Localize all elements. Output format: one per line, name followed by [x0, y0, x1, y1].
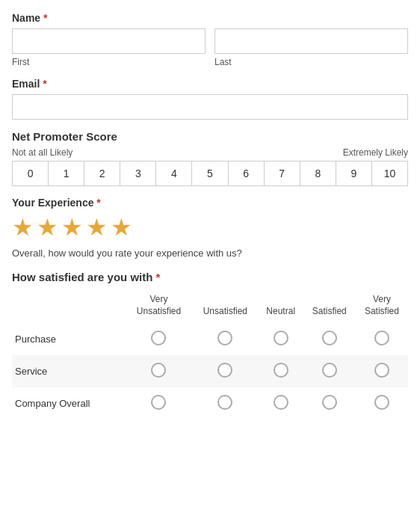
- col-very-unsatisfied: VeryUnsatisfied: [126, 291, 192, 323]
- first-name-col: First: [12, 28, 206, 67]
- email-label-text: Email: [12, 78, 40, 90]
- satisfied-header-row: VeryUnsatisfied Unsatisfied Neutral Sati…: [12, 291, 408, 323]
- satisfied-header-empty: [12, 291, 126, 323]
- name-field-group: Name * First Last: [12, 12, 408, 67]
- radio-1-4[interactable]: [374, 363, 389, 378]
- satisfied-title: How satisfied are you with *: [12, 271, 408, 283]
- radio-2-4[interactable]: [374, 395, 389, 410]
- radio-0-3[interactable]: [322, 331, 337, 345]
- radio-cell-2-2[interactable]: [259, 387, 303, 420]
- email-field-group: Email *: [12, 78, 408, 120]
- radio-cell-1-4[interactable]: [356, 355, 408, 387]
- experience-title-text: Your Experience: [12, 197, 93, 209]
- table-row: Service: [12, 355, 408, 387]
- experience-question: Overall, how would you rate your experie…: [12, 248, 408, 259]
- col-very-satisfied: VerySatisfied: [356, 291, 408, 323]
- experience-label: Your Experience *: [12, 197, 408, 209]
- radio-0-0[interactable]: [151, 331, 166, 345]
- radio-cell-0-0[interactable]: [126, 323, 192, 355]
- star-5[interactable]: ★: [111, 213, 132, 242]
- nps-section: Net Promoter Score Not at all Likely Ext…: [12, 130, 408, 186]
- star-1[interactable]: ★: [12, 213, 34, 242]
- first-label: First: [12, 57, 206, 67]
- last-name-col: Last: [214, 28, 408, 67]
- nps-buttons: 012345678910: [12, 161, 408, 186]
- nps-labels: Not at all Likely Extremely Likely: [12, 147, 408, 158]
- satisfied-table: VeryUnsatisfied Unsatisfied Neutral Sati…: [12, 291, 408, 420]
- last-label: Last: [214, 57, 408, 67]
- email-input[interactable]: [12, 94, 408, 120]
- radio-1-3[interactable]: [322, 363, 337, 378]
- radio-0-4[interactable]: [374, 331, 389, 345]
- satisfied-section: How satisfied are you with * VeryUnsatis…: [12, 271, 408, 420]
- radio-cell-1-3[interactable]: [303, 355, 356, 387]
- nps-button-3[interactable]: 3: [120, 162, 156, 185]
- radio-cell-1-2[interactable]: [259, 355, 303, 387]
- experience-required-marker: *: [96, 197, 100, 209]
- radio-0-2[interactable]: [274, 331, 288, 345]
- radio-cell-1-0[interactable]: [126, 355, 192, 387]
- radio-cell-1-1[interactable]: [192, 355, 259, 387]
- nps-button-6[interactable]: 6: [229, 162, 265, 185]
- nps-button-4[interactable]: 4: [156, 162, 192, 185]
- name-required-marker: *: [43, 12, 47, 24]
- table-row: Purchase: [12, 323, 408, 355]
- col-neutral: Neutral: [259, 291, 303, 323]
- radio-cell-2-0[interactable]: [126, 387, 192, 420]
- satisfied-title-text: How satisfied are you with: [12, 271, 152, 283]
- name-label: Name *: [12, 12, 408, 24]
- nps-button-0[interactable]: 0: [13, 162, 49, 185]
- experience-section: Your Experience * ★★★★★ Overall, how wou…: [12, 197, 408, 259]
- col-unsatisfied: Unsatisfied: [192, 291, 259, 323]
- radio-1-1[interactable]: [217, 363, 232, 378]
- radio-cell-2-1[interactable]: [192, 387, 259, 420]
- nps-low-label: Not at all Likely: [12, 147, 72, 158]
- radio-1-0[interactable]: [151, 363, 166, 378]
- radio-2-0[interactable]: [151, 395, 166, 410]
- row-label-1: Service: [12, 355, 126, 387]
- nps-title: Net Promoter Score: [12, 130, 408, 143]
- nps-button-9[interactable]: 9: [336, 162, 372, 185]
- row-label-2: Company Overall: [12, 387, 126, 420]
- last-name-input[interactable]: [214, 28, 408, 54]
- radio-cell-0-1[interactable]: [192, 323, 259, 355]
- star-3[interactable]: ★: [61, 213, 83, 242]
- col-satisfied: Satisfied: [303, 291, 356, 323]
- radio-cell-0-2[interactable]: [259, 323, 303, 355]
- nps-button-8[interactable]: 8: [300, 162, 336, 185]
- name-label-text: Name: [12, 12, 40, 24]
- radio-2-1[interactable]: [217, 395, 232, 410]
- nps-button-1[interactable]: 1: [49, 162, 84, 185]
- satisfied-required-marker: *: [156, 271, 161, 283]
- star-2[interactable]: ★: [37, 213, 58, 242]
- radio-cell-2-4[interactable]: [356, 387, 408, 420]
- radio-cell-0-3[interactable]: [303, 323, 356, 355]
- radio-2-2[interactable]: [274, 395, 288, 410]
- star-4[interactable]: ★: [86, 213, 108, 242]
- nps-button-5[interactable]: 5: [192, 162, 228, 185]
- radio-1-2[interactable]: [274, 363, 288, 378]
- email-required-marker: *: [43, 78, 46, 90]
- email-label: Email *: [12, 78, 408, 90]
- nps-button-2[interactable]: 2: [84, 162, 120, 185]
- nps-high-label: Extremely Likely: [343, 147, 408, 158]
- row-label-0: Purchase: [12, 323, 126, 355]
- nps-button-7[interactable]: 7: [265, 162, 300, 185]
- star-rating[interactable]: ★★★★★: [12, 213, 408, 242]
- name-row: First Last: [12, 28, 408, 67]
- radio-0-1[interactable]: [217, 331, 232, 345]
- radio-cell-0-4[interactable]: [356, 323, 408, 355]
- first-name-input[interactable]: [12, 28, 206, 54]
- radio-2-3[interactable]: [322, 395, 337, 410]
- radio-cell-2-3[interactable]: [303, 387, 356, 420]
- table-row: Company Overall: [12, 387, 408, 420]
- nps-button-10[interactable]: 10: [372, 162, 407, 185]
